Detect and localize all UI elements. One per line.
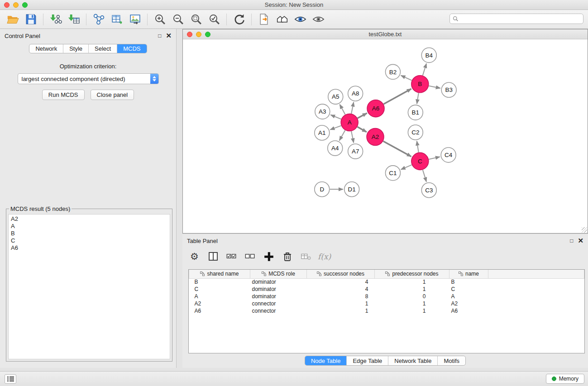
search-input[interactable] (460, 16, 580, 22)
table-cell[interactable]: 1 (375, 278, 449, 286)
graph-edge-A2-C[interactable] (383, 141, 411, 157)
column-header-name[interactable]: name (449, 270, 488, 278)
mcds-result-item[interactable]: A (11, 223, 170, 230)
column-header-mcds-role[interactable]: MCDS role (250, 270, 307, 278)
table-cell[interactable]: 1 (375, 286, 449, 293)
style-eye-button[interactable] (291, 12, 309, 27)
table-cell[interactable]: A6 (449, 307, 488, 315)
home-button[interactable] (273, 12, 291, 27)
mcds-result-list[interactable]: A2ABCA6 (8, 214, 170, 359)
graph-node-A2[interactable]: A2 (367, 129, 384, 146)
graph-edge-A-A6[interactable] (358, 113, 367, 118)
column-header-shared-name[interactable]: shared name (189, 270, 250, 278)
import-table-button[interactable] (65, 12, 83, 27)
table-cell[interactable]: C (449, 286, 488, 293)
tab-network[interactable]: Network (29, 44, 63, 53)
tab-node-table[interactable]: Node Table (305, 356, 347, 365)
delete-table-button[interactable] (297, 250, 314, 263)
graph-node-C3[interactable]: C3 (421, 183, 436, 198)
import-network-button[interactable] (47, 12, 65, 27)
tab-edge-table[interactable]: Edge Table (347, 356, 388, 365)
mcds-result-item[interactable]: B (11, 230, 170, 237)
graph-edge-B-B4[interactable] (423, 63, 426, 75)
new-network-button[interactable] (90, 12, 108, 27)
graph-edge-A-A2[interactable] (358, 127, 367, 132)
resize-grip-icon[interactable] (582, 227, 587, 233)
table-cell[interactable]: 4 (307, 286, 375, 293)
table-cell[interactable]: A6 (189, 307, 250, 315)
tab-mcds[interactable]: MCDS (117, 44, 146, 53)
deselect-all-button[interactable] (242, 250, 258, 263)
graph-node-D[interactable]: D (315, 182, 330, 197)
tab-network-table[interactable]: Network Table (388, 356, 438, 365)
graph-node-A7[interactable]: A7 (348, 144, 363, 159)
graph-node-B2[interactable]: B2 (385, 64, 400, 79)
graph-node-A6[interactable]: A6 (367, 100, 384, 117)
graph-edge-A6-B[interactable] (384, 89, 411, 104)
table-cell[interactable]: A2 (189, 300, 250, 307)
table-cell[interactable]: 1 (375, 307, 449, 315)
graph-node-A4[interactable]: A4 (328, 141, 343, 156)
graph-node-A1[interactable]: A1 (315, 125, 330, 140)
column-header-successor-nodes[interactable]: successor nodes (307, 270, 375, 278)
table-cell[interactable]: A2 (449, 300, 488, 307)
graph-edge-A-A8[interactable] (351, 102, 354, 114)
tab-style[interactable]: Style (63, 44, 89, 53)
graph-node-C2[interactable]: C2 (408, 125, 423, 140)
delete-row-button[interactable] (279, 250, 296, 263)
mcds-result-item[interactable]: A6 (11, 244, 170, 252)
run-mcds-button[interactable]: Run MCDS (42, 90, 85, 100)
graph-node-A5[interactable]: A5 (328, 89, 343, 104)
table-cell[interactable]: A (449, 293, 488, 300)
table-cell[interactable]: dominator (250, 286, 307, 293)
graph-edge-C-C4[interactable] (429, 157, 440, 159)
table-cell[interactable]: connector (250, 307, 307, 315)
export-document-button[interactable] (255, 12, 273, 27)
graph-node-B1[interactable]: B1 (408, 105, 423, 120)
tab-motifs[interactable]: Motifs (438, 356, 465, 365)
graph-edge-C-C1[interactable] (401, 165, 412, 169)
table-cell[interactable]: 4 (307, 278, 375, 286)
zoom-out-button[interactable] (169, 12, 187, 27)
graph-node-C1[interactable]: C1 (385, 166, 400, 181)
export-table-button[interactable] (108, 12, 126, 27)
table-cell[interactable]: 1 (307, 307, 375, 315)
zoom-in-button[interactable] (151, 12, 169, 27)
graph-edge-A-A3[interactable] (330, 115, 341, 119)
table-cell[interactable]: C (189, 286, 250, 293)
network-canvas[interactable]: B4B2BB3A5A8A6B1A3AC2A1A2A4A7C4CC1C3DD1 (183, 40, 588, 233)
graph-node-A[interactable]: A (341, 114, 358, 131)
graph-edge-C-C3[interactable] (423, 170, 426, 181)
close-table-panel-icon[interactable]: ✕ (578, 237, 583, 245)
mcds-result-item[interactable]: C (11, 237, 170, 244)
table-cell[interactable]: 8 (307, 293, 375, 300)
graph-node-B[interactable]: B (411, 76, 429, 93)
table-settings-button[interactable]: ⚙ (186, 250, 203, 263)
apply-function-button[interactable]: f(x) (316, 250, 331, 263)
refresh-button[interactable] (230, 12, 248, 27)
add-row-button[interactable] (260, 250, 277, 263)
save-button[interactable] (22, 12, 40, 27)
graph-node-A3[interactable]: A3 (315, 104, 330, 119)
close-panel-icon[interactable]: ✕ (166, 32, 172, 40)
search-box[interactable] (449, 14, 583, 24)
task-history-button[interactable] (5, 374, 16, 384)
zoom-fit-button[interactable] (187, 12, 205, 27)
memory-button[interactable]: Memory (546, 374, 584, 384)
float-panel-icon[interactable]: □ (158, 33, 161, 39)
graph-node-A8[interactable]: A8 (348, 86, 363, 101)
table-cell[interactable]: dominator (250, 293, 307, 300)
show-columns-button[interactable] (205, 250, 221, 263)
table-cell[interactable]: dominator (250, 278, 307, 286)
tab-select[interactable]: Select (89, 44, 117, 53)
graph-edge-C-C2[interactable] (417, 141, 419, 152)
table-cell[interactable]: 1 (307, 300, 375, 307)
graph-node-C4[interactable]: C4 (441, 148, 456, 162)
graph-edge-A-A4[interactable] (339, 130, 345, 141)
graph-edge-A-A7[interactable] (351, 131, 354, 143)
optimization-criterion-select[interactable]: largest connected component (directed) (18, 73, 159, 84)
graph-edge-B-B3[interactable] (429, 86, 440, 88)
open-folder-button[interactable] (4, 12, 22, 27)
table-cell[interactable]: A (189, 293, 250, 300)
export-image-button[interactable] (126, 12, 144, 27)
